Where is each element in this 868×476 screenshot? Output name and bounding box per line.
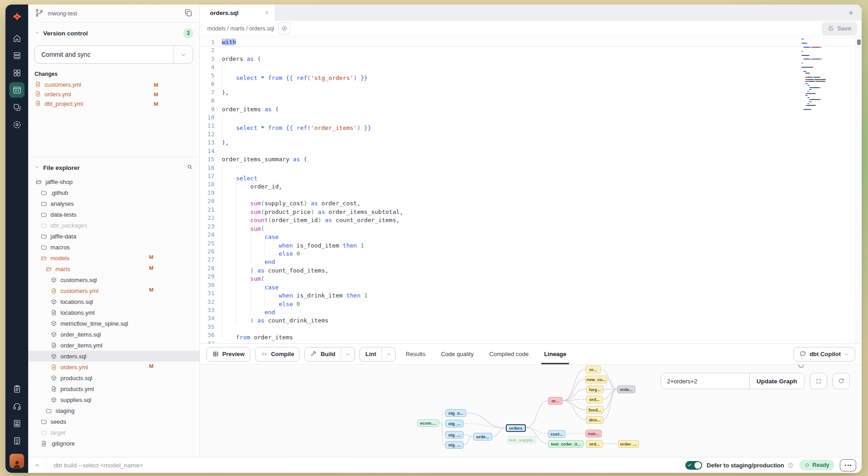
tree-item-products-sql[interactable]: products.sql: [28, 372, 200, 383]
tree-item-data-tests[interactable]: data-tests: [28, 209, 200, 220]
tab-lineage[interactable]: Lineage: [543, 344, 567, 364]
scrollbar[interactable]: [855, 36, 862, 343]
collapse-panel-button[interactable]: [28, 457, 46, 473]
tree-item-products-yml[interactable]: products.yml: [28, 383, 200, 394]
code-editor[interactable]: 1with23orders as (45select * from {{ ref…: [200, 36, 862, 343]
search-icon[interactable]: [186, 164, 193, 172]
lineage-node-drin[interactable]: drin...: [586, 416, 604, 424]
lineage-node-order_[interactable]: order_...: [618, 440, 639, 448]
avatar[interactable]: [10, 454, 24, 468]
code-line-17[interactable]: 17select: [200, 172, 862, 180]
changed-file-row[interactable]: customers.ymlM: [35, 80, 158, 89]
tree-item-order-items-yml[interactable]: order_items.yml: [28, 340, 200, 351]
code-editor-icon[interactable]: [9, 82, 25, 98]
explore-orbit-icon[interactable]: [9, 117, 25, 132]
tree-item-dbt-packages[interactable]: dbt_packages: [28, 220, 200, 231]
tree-item-seeds[interactable]: seeds: [28, 416, 200, 427]
tree-item-supplies-sql[interactable]: supplies.sql: [28, 394, 200, 405]
code-line-9[interactable]: 9order_items as (: [200, 105, 862, 114]
lineage-node-stg_[interactable]: stg_...: [445, 441, 464, 449]
tree-item-order-items-sql[interactable]: order_items.sql: [28, 329, 200, 340]
code-line-21[interactable]: 21sum(product_price) as order_items_subt…: [200, 206, 862, 214]
dbt-copilot-button[interactable]: dbt Copilot: [793, 347, 855, 362]
tree-item-macros[interactable]: macros: [28, 242, 200, 253]
tree-item-customers-sql[interactable]: customers.sql: [28, 274, 200, 285]
tree-item-customers-yml[interactable]: customers.ymlM: [28, 285, 200, 296]
code-line-36[interactable]: 36from order_items: [200, 331, 862, 339]
code-line-8[interactable]: 8: [200, 97, 862, 105]
graph-filter-input[interactable]: [661, 373, 749, 389]
code-line-34[interactable]: 34) as count_drink_items: [200, 314, 862, 322]
build-button[interactable]: Build: [304, 347, 355, 362]
code-line-30[interactable]: 30case: [200, 281, 862, 289]
chevron-down-icon[interactable]: [35, 164, 40, 172]
changed-file-row[interactable]: orders.ymlM: [35, 89, 158, 99]
code-line-11[interactable]: 11select * from {{ ref('order_items') }}: [200, 122, 862, 130]
preview-button[interactable]: Preview: [206, 347, 250, 362]
code-line-19[interactable]: 19: [200, 189, 862, 197]
chevron-down-icon[interactable]: [382, 347, 395, 361]
code-line-24[interactable]: 24case: [200, 231, 862, 239]
compile-button[interactable]: Compile: [255, 347, 300, 362]
update-graph-button[interactable]: Update Graph: [749, 373, 804, 389]
chevron-down-icon[interactable]: [341, 347, 354, 361]
lineage-node-ord[interactable]: ord...: [586, 396, 603, 403]
tab-orders-sql[interactable]: orders.sql: [200, 5, 275, 21]
lineage-node-cus[interactable]: cus...: [585, 430, 602, 437]
lineage-node-or[interactable]: or...: [548, 397, 563, 405]
tree-item--github[interactable]: .github: [28, 187, 200, 198]
copy-icon[interactable]: [184, 8, 193, 19]
commit-dropdown-caret[interactable]: [174, 46, 193, 63]
code-line-5[interactable]: 5select * from {{ ref('stg_orders') }}: [200, 72, 862, 80]
code-line-32[interactable]: 32else 0: [200, 298, 862, 306]
lineage-node-test_supply[interactable]: test_supply..: [507, 436, 536, 444]
code-line-10[interactable]: 10: [200, 114, 862, 122]
code-line-16[interactable]: 16: [200, 164, 862, 172]
code-line-7[interactable]: 7),: [200, 89, 862, 97]
code-line-22[interactable]: 22count(order_item_id) as count_order_it…: [200, 214, 862, 222]
dbt-logo-icon[interactable]: [9, 9, 25, 24]
lineage-node-larg[interactable]: larg...: [586, 386, 604, 393]
code-line-2[interactable]: 2: [200, 46, 862, 55]
deploy-stack-icon[interactable]: [9, 48, 25, 63]
fullscreen-button[interactable]: [810, 373, 827, 389]
tree-item-orders-sql[interactable]: orders.sql: [28, 351, 200, 362]
code-line-18[interactable]: 18order_id,: [200, 180, 862, 188]
code-line-28[interactable]: 28) as count_food_items,: [200, 264, 862, 273]
tree-item-analyses[interactable]: analyses: [28, 198, 200, 209]
code-line-14[interactable]: 14: [200, 147, 862, 155]
lineage-node-ord[interactable]: ord...: [586, 440, 603, 448]
home-icon[interactable]: [9, 30, 25, 46]
lineage-node-ecom[interactable]: ecom....: [417, 419, 439, 427]
building-icon[interactable]: [9, 433, 25, 448]
compass-icon[interactable]: [278, 22, 290, 35]
more-options-button[interactable]: [840, 459, 856, 471]
apps-grid-icon[interactable]: [9, 65, 25, 80]
lineage-node-test_order_it[interactable]: test_order_it...: [548, 440, 584, 448]
duplicate-windows-icon[interactable]: [9, 99, 25, 115]
code-line-13[interactable]: 13),: [200, 139, 862, 147]
chevron-down-icon[interactable]: [35, 29, 40, 37]
code-line-4[interactable]: 4: [200, 63, 862, 71]
tree-item-jaffle-shop[interactable]: jaffle-shop: [28, 176, 200, 187]
save-button[interactable]: Save: [822, 22, 857, 35]
refresh-button[interactable]: [833, 373, 850, 389]
lineage-node-food[interactable]: food...: [586, 406, 604, 414]
close-icon[interactable]: [264, 10, 269, 15]
lineage-node-stg_[interactable]: stg_...: [445, 431, 464, 439]
lineage-node-orders[interactable]: orders: [506, 424, 526, 432]
branch-name[interactable]: mwong-test: [48, 10, 77, 17]
code-line-26[interactable]: 26else 0: [200, 248, 862, 256]
lint-button[interactable]: Lint: [359, 347, 396, 362]
command-input[interactable]: [46, 462, 685, 469]
minimap[interactable]: [802, 39, 830, 113]
version-control-header[interactable]: Version control 3: [35, 27, 193, 39]
lineage-node-new_cu[interactable]: new_cu...: [585, 376, 607, 383]
tree-item-target[interactable]: target: [28, 427, 200, 438]
code-line-3[interactable]: 3orders as (: [200, 55, 862, 63]
code-line-15[interactable]: 15order_items_summary as (: [200, 155, 862, 164]
tree-item-orders-yml[interactable]: orders.ymlM: [28, 362, 200, 372]
defer-toggle[interactable]: [685, 461, 702, 470]
headset-icon[interactable]: [9, 398, 25, 414]
tree-item-locations-sql[interactable]: locations.sql: [28, 296, 200, 307]
